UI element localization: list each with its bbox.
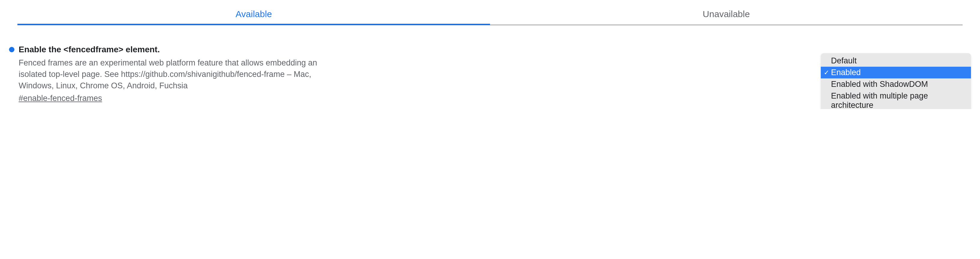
dropdown-option-mparch[interactable]: Enabled with multiple page architecture	[821, 90, 971, 109]
tab-unavailable[interactable]: Unavailable	[490, 6, 963, 25]
flag-text-block: Enable the <fencedframe> element. Fenced…	[9, 45, 318, 103]
flag-hash-link[interactable]: #enable-fenced-frames	[19, 94, 318, 103]
dropdown-option-enabled[interactable]: ✓ Enabled	[821, 67, 971, 78]
flag-title: Enable the <fencedframe> element.	[19, 45, 160, 54]
status-dot-icon	[9, 47, 14, 52]
checkmark-icon: ✓	[824, 69, 829, 76]
tabs-bar: Available Unavailable	[18, 6, 963, 25]
flag-description: Fenced frames are an experimental web pl…	[19, 57, 318, 91]
tab-available[interactable]: Available	[18, 6, 490, 25]
flag-title-row: Enable the <fencedframe> element.	[9, 45, 318, 54]
flag-entry: Enable the <fencedframe> element. Fenced…	[9, 45, 971, 103]
dropdown-option-shadowdom[interactable]: Enabled with ShadowDOM	[821, 78, 971, 90]
dropdown-option-default[interactable]: Default	[821, 55, 971, 67]
flag-value-dropdown[interactable]: Default ✓ Enabled Enabled with ShadowDOM…	[821, 53, 971, 109]
dropdown-option-label: Enabled	[831, 68, 861, 77]
